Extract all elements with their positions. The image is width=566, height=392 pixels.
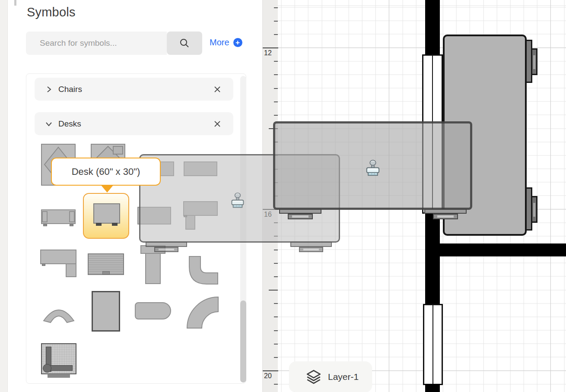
window-mullion	[432, 305, 433, 384]
plus-circle-icon: +	[233, 38, 242, 47]
close-icon[interactable]	[213, 85, 221, 93]
ruler-label: 20	[264, 372, 272, 380]
ruler-tick	[274, 88, 278, 89]
search-icon	[179, 38, 190, 49]
panel-scrollbar-thumb[interactable]	[240, 300, 246, 383]
ruler-tick	[263, 370, 278, 371]
ruler-tick	[274, 357, 278, 358]
wall-vertical-top[interactable]	[425, 0, 440, 55]
layer-button-label: Layer-1	[328, 372, 359, 382]
section-chairs[interactable]: Chairs	[35, 78, 233, 101]
ruler-tick	[274, 61, 278, 62]
symbol-desk-arc-segment[interactable]	[41, 301, 76, 323]
panel-title: Symbols	[27, 5, 76, 19]
ruler-tick	[269, 290, 278, 291]
chevron-down-icon[interactable]	[45, 120, 53, 128]
ruler-tick	[274, 34, 278, 35]
search-button[interactable]	[167, 32, 202, 55]
layers-icon	[305, 369, 322, 385]
desk-foot	[533, 203, 535, 217]
symbol-credenza-pedestals[interactable]	[41, 209, 76, 227]
symbol-tambour-cabinet[interactable]	[88, 253, 124, 275]
ruler-tick	[274, 74, 278, 75]
ruler-tick	[274, 276, 278, 277]
close-icon[interactable]	[213, 120, 221, 128]
more-label: More	[210, 38, 229, 47]
wall-vertical-bottom[interactable]	[425, 384, 440, 392]
symbol-desk-quarter-round[interactable]	[184, 294, 220, 329]
app-edge-strip	[0, 0, 8, 392]
layer-button[interactable]: Layer-1	[289, 361, 372, 392]
symbol-table-rounded-end[interactable]	[135, 302, 171, 319]
symbol-tooltip: Desk (60" x 30")	[51, 158, 161, 186]
tooltip-arrow	[101, 185, 114, 193]
wall-vertical-middle[interactable]	[425, 212, 440, 305]
symbol-drafting-table[interactable]	[41, 343, 76, 378]
ruler-tick	[263, 47, 278, 48]
stamp-cursor-icon	[364, 159, 382, 177]
search-input[interactable]	[26, 32, 167, 55]
ruler-tick	[274, 384, 278, 385]
chevron-right-icon[interactable]	[45, 85, 53, 93]
stamp-cursor-icon	[229, 192, 246, 209]
ruler-tick	[274, 330, 278, 331]
wall-horizontal[interactable]	[439, 243, 566, 256]
ruler-tick	[274, 7, 278, 8]
tooltip-text: Desk (60" x 30")	[72, 166, 140, 177]
section-desks[interactable]: Desks	[35, 112, 233, 135]
section-label: Chairs	[58, 85, 82, 94]
section-label: Desks	[58, 119, 81, 129]
scrollbar-fragment	[14, 0, 16, 6]
ruler-tick	[274, 316, 278, 317]
symbol-desk-60x30-selected[interactable]	[83, 193, 129, 239]
desk-foot	[533, 55, 535, 69]
more-shapes-link[interactable]: More +	[210, 38, 242, 47]
ruler-tick	[274, 21, 278, 22]
symbol-desk-l-left[interactable]	[40, 250, 76, 278]
ruler-tick	[274, 344, 278, 345]
window-lower[interactable]	[423, 304, 443, 385]
symbol-desk-curved-return[interactable]	[187, 256, 219, 285]
ruler-tick	[274, 263, 278, 264]
ruler-tick	[274, 101, 278, 102]
grid-major-line	[550, 0, 551, 392]
ruler-tick	[274, 250, 278, 250]
symbol-table-rectangular[interactable]	[92, 291, 120, 332]
ruler-label: 12	[264, 49, 272, 57]
ruler-tick	[274, 115, 278, 116]
ruler-tick	[274, 303, 278, 304]
